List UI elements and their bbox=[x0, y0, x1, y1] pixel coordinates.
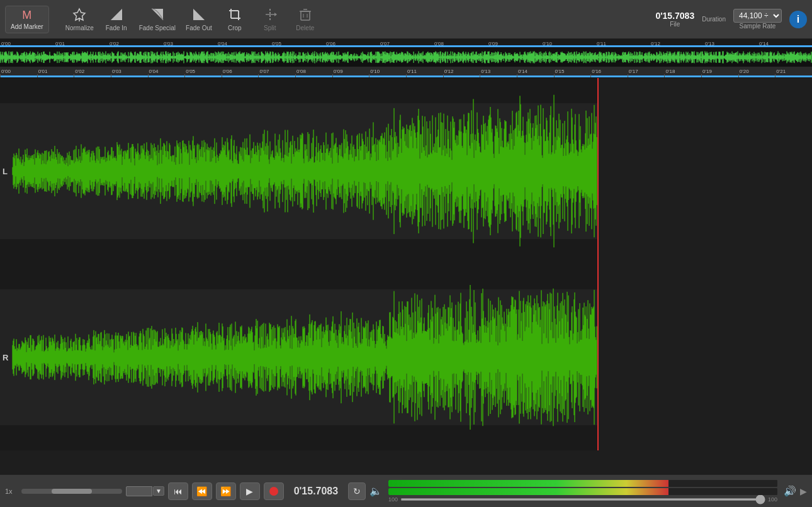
file-label: File bbox=[670, 21, 680, 28]
crop-icon bbox=[228, 8, 242, 23]
split-button[interactable]: Split bbox=[254, 5, 286, 34]
zoom-level-label: 1x bbox=[5, 488, 18, 495]
horizontal-scrollbar[interactable] bbox=[21, 489, 122, 494]
svg-marker-4 bbox=[152, 9, 163, 20]
crop-label: Crop bbox=[228, 25, 242, 31]
rewind-icon: ⏪ bbox=[196, 486, 207, 496]
channel-L-label: L bbox=[3, 166, 8, 176]
fade-special-label: Fade Special bbox=[139, 25, 176, 31]
channel-R-label: R bbox=[3, 352, 8, 362]
svg-rect-14 bbox=[301, 11, 310, 20]
vol-right-value: 100 bbox=[768, 496, 777, 503]
time-display-block: 0'15.7083 File bbox=[655, 11, 694, 28]
split-icon bbox=[263, 8, 277, 23]
volume-icon-right: 🔊 bbox=[784, 485, 796, 497]
normalize-button[interactable]: Normalize bbox=[62, 5, 98, 34]
add-marker-button[interactable]: M Add Marker bbox=[5, 6, 49, 33]
channel-L: L 6 6 bbox=[0, 78, 812, 264]
delete-button[interactable]: Delete bbox=[289, 5, 322, 34]
info-button[interactable]: i bbox=[789, 11, 807, 28]
info-panel: 0'15.7083 File Duration 44,100 ÷ 48,000 … bbox=[655, 9, 807, 30]
overview-waveform[interactable] bbox=[0, 48, 812, 67]
sample-rate-select[interactable]: 44,100 ÷ 48,000 96,000 bbox=[733, 9, 782, 23]
overview-ruler-bar bbox=[0, 39, 812, 48]
scroll-thumb[interactable] bbox=[52, 489, 92, 494]
sync-icon: ↻ bbox=[353, 486, 361, 496]
normalize-label: Normalize bbox=[65, 25, 94, 31]
fast-forward-icon: ⏩ bbox=[220, 486, 231, 496]
rewind-button[interactable]: ⏪ bbox=[192, 482, 212, 500]
level-meter-L bbox=[388, 480, 777, 487]
normalize-icon bbox=[72, 8, 86, 23]
fade-out-label: Fade Out bbox=[186, 25, 212, 31]
scroll-right-arrow[interactable]: ▶ bbox=[800, 486, 807, 496]
main-ruler bbox=[0, 67, 812, 78]
delete-icon bbox=[298, 8, 312, 23]
level-meter-R bbox=[388, 488, 777, 495]
fade-out-button[interactable]: Fade Out bbox=[182, 5, 216, 34]
split-label: Split bbox=[264, 25, 276, 31]
volume-icon-left: 🔈 bbox=[369, 485, 382, 497]
fade-in-icon bbox=[110, 8, 123, 23]
fade-special-button[interactable]: Fade Special bbox=[135, 5, 179, 34]
duration-block: Duration bbox=[702, 16, 726, 23]
duration-label: Duration bbox=[702, 16, 726, 23]
add-marker-label: Add Marker bbox=[11, 23, 43, 30]
play-icon: ▶ bbox=[246, 486, 253, 496]
zoom-dropdown-button[interactable]: ▼ bbox=[153, 486, 164, 496]
main-layout: L 6 6 R 6 6 bbox=[0, 39, 812, 474]
fade-out-icon bbox=[192, 8, 206, 23]
volume-slider[interactable] bbox=[400, 498, 765, 501]
record-button[interactable] bbox=[264, 482, 284, 500]
fade-special-icon bbox=[150, 8, 164, 23]
crop-button[interactable]: Crop bbox=[218, 5, 251, 34]
sync-button[interactable]: ↻ bbox=[348, 482, 366, 500]
go-start-button[interactable]: ⏮ bbox=[168, 482, 188, 500]
sample-rate-block: 44,100 ÷ 48,000 96,000 Sample Rate bbox=[733, 9, 782, 30]
record-dot bbox=[269, 487, 278, 496]
waveform-area[interactable]: L 6 6 R 6 6 bbox=[0, 78, 812, 474]
fade-in-label: Fade In bbox=[106, 25, 127, 31]
fast-forward-button[interactable]: ⏩ bbox=[216, 482, 236, 500]
svg-marker-13 bbox=[274, 13, 277, 16]
current-time-value: 0'15.7083 bbox=[655, 11, 694, 21]
channel-R: R 6 6 bbox=[0, 264, 812, 450]
transport-time-display: 0'15.7083 bbox=[288, 486, 344, 497]
play-button[interactable]: ▶ bbox=[240, 482, 260, 500]
zoom-value-input[interactable]: 678 bbox=[126, 486, 152, 496]
fade-in-button[interactable]: Fade In bbox=[100, 5, 133, 34]
volume-slider-row: 100 100 bbox=[388, 496, 777, 503]
transport-bar: 1x 678 ▼ ⏮ ⏪ ⏩ ▶ 0'15.7083 ↻ 🔈 bbox=[0, 474, 812, 507]
delete-label: Delete bbox=[296, 25, 314, 31]
level-meters: 100 100 bbox=[386, 480, 780, 503]
go-start-icon: ⏮ bbox=[174, 486, 183, 496]
vol-left-value: 100 bbox=[388, 496, 398, 503]
marker-icon: M bbox=[22, 9, 31, 22]
sample-rate-label: Sample Rate bbox=[740, 23, 776, 30]
toolbar: M Add Marker Normalize Fade In bbox=[0, 0, 812, 39]
